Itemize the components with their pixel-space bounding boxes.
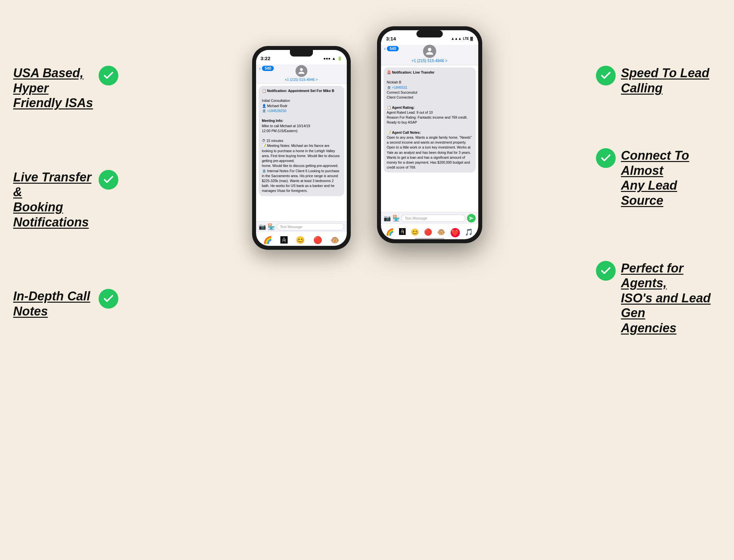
feature-perfect-agents: Perfect for Agents, ISO's and Lead Gen A… <box>596 261 721 336</box>
wifi-icon: ▲ <box>332 56 336 61</box>
phone-2-send-button[interactable] <box>467 214 476 222</box>
feature-usa-isa-text: USA Based, Hyper Friendly ISAs <box>13 66 93 111</box>
phone-1: 3:22 ●●● ▲ 🔋 ‹ 540 +1 (215) <box>252 46 351 250</box>
feature-live-transfer: Live Transfer & Booking Notifications <box>13 170 118 230</box>
dock-search-icon[interactable]: 🔴 <box>313 236 322 245</box>
check-circle-usa <box>99 66 118 85</box>
phone-1-meeting-info: Meeting Info: <box>262 118 341 123</box>
phones-container: 3:22 ●●● ▲ 🔋 ‹ 540 +1 (215) <box>252 26 482 322</box>
phone-2-home-indicator <box>415 238 444 239</box>
check-circle-perfect <box>596 261 616 281</box>
dock2-monkey-icon[interactable]: 🐵 <box>437 228 445 237</box>
check-circle-speed <box>596 66 616 85</box>
phone-2-call-notes-detail: Open to any area. Wants a single family … <box>387 135 472 170</box>
feature-perfect-agents-text: Perfect for Agents, ISO's and Lead Gen A… <box>621 261 721 336</box>
phone-2-call-notes-title: 📝 Agent Call Notes: <box>387 130 472 135</box>
phone-1-duration: ⏱ 15 minutes <box>262 138 341 143</box>
phone-1-phone: 🏦 +184528250 <box>262 108 341 113</box>
dock-monkey-icon[interactable]: 🐵 <box>330 236 339 245</box>
battery-icon-2: ▓ <box>470 36 473 40</box>
phone-2-time: 3:14 <box>386 36 396 41</box>
phone-1-messages: 📋 Notification: Appointment Set For Mike… <box>256 84 347 225</box>
phone-2-screen: 3:14 ▲▲▲ LTE ▓ ‹ 540 <box>381 30 478 239</box>
phone-2-dock: 🌈 🅰 😊 🔴 🐵 ❤️ 🎵 <box>381 227 478 238</box>
phone-2-client-phone: 🏦 +1845531 <box>387 85 472 90</box>
dock2-photos-icon[interactable]: 🌈 <box>386 228 394 237</box>
phone-2-back-arrow: ‹ <box>384 46 386 51</box>
phone-2-connect: Connect SuccesstulClient Connected <box>387 90 472 100</box>
phone-1-status-bar: 3:22 ●●● ▲ 🔋 <box>256 50 347 64</box>
phone-2-status-icons: ▲▲▲ LTE ▓ <box>451 36 473 40</box>
phone-1-text-input[interactable]: Text Message <box>276 223 344 230</box>
dock2-heart-icon[interactable]: ❤️ <box>451 228 460 237</box>
signal-icon: ●●● <box>323 56 331 61</box>
phone-2-back-number[interactable]: 540 <box>387 46 399 51</box>
lte-icon: LTE <box>463 37 469 40</box>
phone-2-input-area: 📷 🏪 Text Message <box>381 212 478 224</box>
dock2-music-icon[interactable]: 🎵 <box>465 228 473 237</box>
dock2-search-icon[interactable]: 🔴 <box>424 228 432 237</box>
phone-1-client: 👤 Michael Rodr <box>262 104 341 108</box>
phone-2-status-bar: 3:14 ▲▲▲ LTE ▓ <box>381 30 478 45</box>
feature-connect-lead: Connect To Almost Any Lead Source <box>596 148 721 208</box>
feature-connect-lead-text: Connect To Almost Any Lead Source <box>621 148 721 208</box>
battery-icon: 🔋 <box>337 56 342 61</box>
phone-2-avatar <box>423 45 436 58</box>
phone-1-notes: 📝 Meeting Notes: Michael an his fiance a… <box>262 143 341 168</box>
phone-2-header: ‹ 540 +1 (215) 515-4946 > <box>381 45 478 65</box>
phone-1-internal: 🏦 Internal Notes For Client 6 Looking to… <box>262 169 341 194</box>
dock2-store-icon[interactable]: 🅰 <box>399 228 406 237</box>
right-features: Speed To Lead Calling Connect To Almost … <box>596 66 721 336</box>
check-circle-connect <box>596 148 616 168</box>
phone-2-message-bubble: 🚨 Notification: Live Transfer Nickiah B … <box>384 67 476 173</box>
check-circle-live <box>99 170 118 190</box>
feature-speed-lead: Speed To Lead Calling <box>596 66 721 96</box>
phone-1-appstore-icon[interactable]: 🏪 <box>268 223 275 230</box>
phone-1-meeting-detail: Mike to call Michael at 10/14/1912:00 PM… <box>262 124 341 133</box>
dock-memoji-icon[interactable]: 😊 <box>296 236 305 245</box>
phone-1-back-arrow: ‹ <box>259 66 261 71</box>
phone-1-avatar <box>296 65 307 77</box>
phone-2-rating-title: 📋 Agent Rating: <box>387 105 472 110</box>
phone-2-appstore-icon[interactable]: 🏪 <box>392 215 400 222</box>
signal-icon-2: ▲▲▲ <box>451 36 462 40</box>
phone-1-back-number[interactable]: 540 <box>262 66 274 71</box>
phone-1-consult: Initial Consultation <box>262 98 341 103</box>
dock-store-icon[interactable]: 🅰 <box>280 236 288 245</box>
phone-1-notch <box>290 50 313 57</box>
check-circle-notes <box>99 289 118 309</box>
phone-1-notif-title: 📋 Notification: Appointment Set For Mike… <box>262 88 341 93</box>
phone-1-input-area: 📷 🏪 Text Message <box>256 221 347 232</box>
dock2-memoji-icon[interactable]: 😊 <box>411 228 419 237</box>
phone-1-contact-number[interactable]: +1 (215) 515-4946 > <box>259 78 343 82</box>
phone-2-notif-title: 🚨 Notification: Live Transfer <box>387 70 472 75</box>
phone-2-text-input[interactable]: Text Message <box>401 215 465 222</box>
phone-2-messages: 🚨 Notification: Live Transfer Nickiah B … <box>381 65 478 217</box>
phone-2-rating-detail: Agent Rated Lead: 9 out of 10Reason For … <box>387 110 472 125</box>
phone-1-status-icons: ●●● ▲ 🔋 <box>323 56 342 61</box>
left-features: USA Based, Hyper Friendly ISAs Live Tran… <box>13 66 118 319</box>
phone-2: 3:14 ▲▲▲ LTE ▓ ‹ 540 <box>377 26 482 243</box>
phone-1-time: 3:22 <box>261 56 271 61</box>
phone-1-screen: 3:22 ●●● ▲ 🔋 ‹ 540 +1 (215) <box>256 50 347 246</box>
phone-1-camera-icon[interactable]: 📷 <box>259 223 266 230</box>
feature-call-notes: In-Depth Call Notes <box>13 289 118 319</box>
phone-1-dock: 🌈 🅰 😊 🔴 🐵 <box>256 235 347 245</box>
feature-call-notes-text: In-Depth Call Notes <box>13 289 93 319</box>
dock-photos-icon[interactable]: 🌈 <box>263 236 272 245</box>
feature-speed-lead-text: Speed To Lead Calling <box>621 66 709 96</box>
phone-2-client-name: Nickiah B <box>387 80 472 85</box>
phone-2-contact-number[interactable]: +1 (215) 515-4946 > <box>384 58 475 63</box>
feature-usa-isa: USA Based, Hyper Friendly ISAs <box>13 66 118 111</box>
phone-2-camera-icon[interactable]: 📷 <box>384 215 391 222</box>
feature-live-transfer-text: Live Transfer & Booking Notifications <box>13 170 93 230</box>
phone-1-message-bubble: 📋 Notification: Appointment Set For Mike… <box>259 86 344 196</box>
